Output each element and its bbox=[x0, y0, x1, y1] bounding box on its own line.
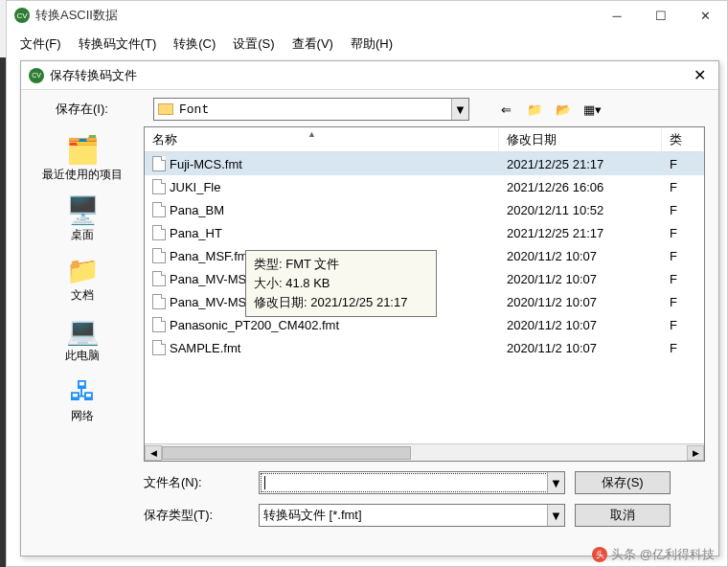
dialog-titlebar: CV 保存转换码文件 ✕ bbox=[21, 61, 718, 90]
network-icon: 🖧 bbox=[63, 375, 102, 406]
recent-icon: 🗂️ bbox=[63, 134, 102, 165]
savein-label: 保存在(I): bbox=[56, 101, 146, 118]
menu-convertfile[interactable]: 转换码文件(T) bbox=[75, 34, 161, 55]
place-network[interactable]: 🖧 网络 bbox=[21, 372, 144, 428]
file-type: F bbox=[662, 295, 704, 309]
back-icon[interactable]: ⇐ bbox=[496, 100, 515, 119]
menu-settings[interactable]: 设置(S) bbox=[229, 34, 278, 55]
app-icon: CV bbox=[14, 8, 30, 23]
documents-icon: 📁 bbox=[63, 255, 102, 285]
file-icon bbox=[152, 271, 166, 286]
places-bar: 🗂️ 最近使用的项目 🖥️ 桌面 📁 文档 💻 此电脑 🖧 网络 bbox=[21, 126, 144, 462]
file-name: Fuji-MCS.fmt bbox=[170, 157, 242, 171]
folder-icon bbox=[158, 103, 173, 115]
main-titlebar: CV 转换ASCII数据 ─ ☐ ✕ bbox=[7, 1, 727, 30]
file-icon bbox=[152, 156, 166, 171]
computer-icon: 💻 bbox=[63, 315, 102, 346]
file-icon bbox=[152, 248, 166, 263]
file-name: Pana_MSF.fmt bbox=[170, 249, 251, 263]
savein-value: Font bbox=[179, 102, 465, 117]
watermark: 头 头条 @亿利得科技 bbox=[592, 546, 715, 563]
chevron-down-icon[interactable]: ▼ bbox=[451, 99, 468, 120]
filename-label: 文件名(N): bbox=[144, 474, 249, 491]
scroll-track[interactable] bbox=[162, 445, 687, 461]
maximize-button[interactable]: ☐ bbox=[639, 1, 683, 30]
filename-input[interactable]: ▼ bbox=[259, 471, 565, 494]
place-computer[interactable]: 💻 此电脑 bbox=[21, 311, 144, 368]
views-icon[interactable]: ▦▾ bbox=[582, 100, 602, 119]
place-recent[interactable]: 🗂️ 最近使用的项目 bbox=[21, 130, 144, 187]
file-row[interactable]: SAMPLE.fmt2020/11/2 10:07F bbox=[145, 336, 704, 359]
file-name: Panasonic_PT200_CM402.fmt bbox=[170, 318, 339, 332]
file-type: F bbox=[662, 226, 704, 240]
file-icon bbox=[152, 202, 166, 217]
place-desktop[interactable]: 🖥️ 桌面 bbox=[21, 191, 144, 247]
main-title: 转换ASCII数据 bbox=[35, 7, 595, 24]
tooltip-size: 大小: 41.8 KB bbox=[254, 274, 428, 293]
file-row[interactable]: Pana_BM2020/12/11 10:52F bbox=[145, 198, 704, 221]
cancel-button[interactable]: 取消 bbox=[575, 504, 671, 527]
dialog-close-button[interactable]: ✕ bbox=[680, 62, 718, 89]
file-row[interactable]: Fuji-MCS.fmt2021/12/25 21:17F bbox=[145, 152, 704, 175]
file-date: 2021/12/25 21:17 bbox=[499, 157, 662, 171]
file-type: F bbox=[662, 318, 704, 332]
chevron-down-icon[interactable]: ▼ bbox=[547, 505, 564, 526]
file-date: 2021/12/26 16:06 bbox=[499, 180, 662, 194]
tooltip-type: 类型: FMT 文件 bbox=[254, 255, 428, 274]
file-row[interactable]: Pana_HT2021/12/25 21:17F bbox=[145, 221, 704, 244]
file-date: 2020/11/2 10:07 bbox=[499, 341, 662, 355]
file-icon bbox=[152, 179, 166, 194]
close-button[interactable]: ✕ bbox=[683, 1, 727, 30]
file-name: Pana_BM bbox=[170, 203, 224, 217]
file-name: Pana_HT bbox=[170, 226, 222, 240]
sort-indicator-icon: ▲ bbox=[307, 129, 316, 139]
menubar: 文件(F) 转换码文件(T) 转换(C) 设置(S) 查看(V) 帮助(H) bbox=[7, 30, 727, 58]
file-date: 2020/11/2 10:07 bbox=[499, 249, 662, 263]
new-folder-icon[interactable]: 📂 bbox=[554, 100, 573, 119]
file-date: 2020/12/11 10:52 bbox=[499, 203, 662, 217]
chevron-down-icon[interactable]: ▼ bbox=[547, 472, 564, 493]
menu-view[interactable]: 查看(V) bbox=[288, 34, 337, 55]
file-date: 2020/11/2 10:07 bbox=[499, 295, 662, 309]
filetype-combo[interactable]: 转换码文件 [*.fmt] ▼ bbox=[259, 504, 565, 527]
file-icon bbox=[152, 225, 166, 240]
scroll-thumb[interactable] bbox=[162, 446, 411, 460]
file-icon bbox=[152, 340, 166, 355]
file-tooltip: 类型: FMT 文件 大小: 41.8 KB 修改日期: 2021/12/25 … bbox=[245, 250, 437, 317]
file-type: F bbox=[662, 157, 704, 171]
file-type: F bbox=[662, 203, 704, 217]
menu-convert[interactable]: 转换(C) bbox=[170, 34, 219, 55]
file-type: F bbox=[662, 180, 704, 194]
menu-file[interactable]: 文件(F) bbox=[16, 34, 65, 55]
file-date: 2020/11/2 10:07 bbox=[499, 318, 662, 332]
dialog-icon: CV bbox=[29, 68, 44, 83]
savein-combo[interactable]: Font ▼ bbox=[153, 98, 469, 121]
file-date: 2020/11/2 10:07 bbox=[499, 272, 662, 286]
scroll-right-icon[interactable]: ▶ bbox=[687, 445, 704, 461]
save-dialog: CV 保存转换码文件 ✕ 保存在(I): Font ▼ ⇐ 📁 📂 ▦▾ 🗂️ … bbox=[20, 60, 719, 556]
file-row[interactable]: JUKI_Fle2021/12/26 16:06F bbox=[145, 175, 704, 198]
file-icon bbox=[152, 294, 166, 309]
file-type: F bbox=[662, 249, 704, 263]
place-documents[interactable]: 📁 文档 bbox=[21, 251, 144, 307]
file-type: F bbox=[662, 341, 704, 355]
file-type: F bbox=[662, 272, 704, 286]
header-name[interactable]: 名称▲ bbox=[145, 127, 499, 152]
list-header: 名称▲ 修改日期 类 bbox=[145, 127, 704, 152]
file-date: 2021/12/25 21:17 bbox=[499, 226, 662, 240]
file-icon bbox=[152, 317, 166, 332]
save-button[interactable]: 保存(S) bbox=[575, 471, 671, 494]
header-date[interactable]: 修改日期 bbox=[499, 127, 662, 152]
filetype-label: 保存类型(T): bbox=[144, 507, 249, 524]
up-folder-icon[interactable]: 📁 bbox=[525, 100, 544, 119]
horizontal-scrollbar[interactable]: ◀ ▶ bbox=[145, 443, 704, 461]
caret bbox=[264, 476, 265, 489]
desktop-icon: 🖥️ bbox=[63, 194, 102, 225]
scroll-left-icon[interactable]: ◀ bbox=[145, 445, 162, 461]
file-name: JUKI_Fle bbox=[170, 180, 220, 194]
tooltip-date: 修改日期: 2021/12/25 21:17 bbox=[254, 293, 428, 312]
file-name: SAMPLE.fmt bbox=[170, 341, 240, 355]
minimize-button[interactable]: ─ bbox=[595, 1, 639, 30]
header-type[interactable]: 类 bbox=[662, 127, 704, 152]
menu-help[interactable]: 帮助(H) bbox=[347, 34, 397, 55]
